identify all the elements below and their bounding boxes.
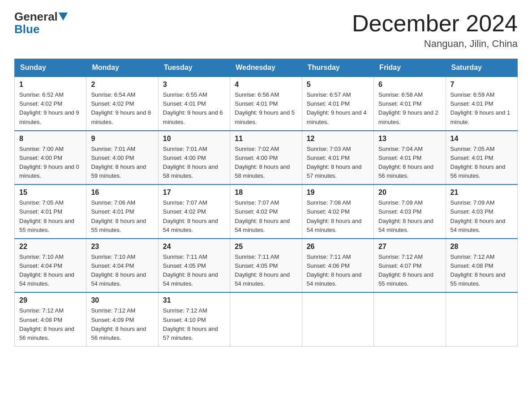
col-header-friday: Friday bbox=[374, 59, 446, 77]
day-info: Sunrise: 7:12 AMSunset: 4:07 PMDaylight:… bbox=[378, 253, 441, 289]
day-info: Sunrise: 7:09 AMSunset: 4:03 PMDaylight:… bbox=[378, 198, 441, 235]
day-number: 17 bbox=[163, 188, 225, 197]
day-info: Sunrise: 7:11 AMSunset: 4:06 PMDaylight:… bbox=[307, 253, 369, 289]
calendar-cell: 11 Sunrise: 7:02 AMSunset: 4:00 PMDaylig… bbox=[230, 131, 302, 185]
day-number: 3 bbox=[163, 81, 225, 89]
calendar-cell: 21 Sunrise: 7:09 AMSunset: 4:03 PMDaylig… bbox=[446, 184, 517, 239]
col-header-thursday: Thursday bbox=[302, 59, 373, 77]
calendar-cell: 19 Sunrise: 7:08 AMSunset: 4:02 PMDaylig… bbox=[302, 184, 373, 239]
day-info: Sunrise: 7:07 AMSunset: 4:02 PMDaylight:… bbox=[163, 198, 225, 235]
col-header-wednesday: Wednesday bbox=[230, 59, 302, 77]
calendar-cell: 6 Sunrise: 6:58 AMSunset: 4:01 PMDayligh… bbox=[374, 77, 446, 131]
day-number: 14 bbox=[450, 135, 513, 143]
page-header: General Blue December 2024 Nanguan, Jili… bbox=[14, 11, 518, 50]
day-number: 29 bbox=[19, 296, 82, 304]
calendar-cell: 24 Sunrise: 7:11 AMSunset: 4:05 PMDaylig… bbox=[158, 239, 230, 293]
calendar-cell: 9 Sunrise: 7:01 AMSunset: 4:00 PMDayligh… bbox=[86, 131, 158, 185]
calendar-cell: 10 Sunrise: 7:01 AMSunset: 4:00 PMDaylig… bbox=[158, 131, 230, 185]
day-info: Sunrise: 6:55 AMSunset: 4:01 PMDaylight:… bbox=[163, 90, 225, 127]
logo-blue-text: Blue bbox=[14, 22, 39, 36]
day-number: 24 bbox=[163, 243, 225, 251]
header-row: SundayMondayTuesdayWednesdayThursdayFrid… bbox=[15, 59, 518, 77]
day-info: Sunrise: 6:57 AMSunset: 4:01 PMDaylight:… bbox=[307, 90, 369, 127]
calendar-cell: 13 Sunrise: 7:04 AMSunset: 4:01 PMDaylig… bbox=[374, 131, 446, 185]
calendar-cell: 12 Sunrise: 7:03 AMSunset: 4:01 PMDaylig… bbox=[302, 131, 373, 185]
day-number: 10 bbox=[163, 135, 225, 143]
calendar-cell: 20 Sunrise: 7:09 AMSunset: 4:03 PMDaylig… bbox=[374, 184, 446, 239]
logo: General Blue bbox=[14, 11, 69, 36]
day-info: Sunrise: 7:12 AMSunset: 4:09 PMDaylight:… bbox=[91, 306, 153, 342]
day-number: 31 bbox=[163, 296, 225, 304]
day-info: Sunrise: 7:11 AMSunset: 4:05 PMDaylight:… bbox=[235, 253, 297, 289]
day-info: Sunrise: 7:03 AMSunset: 4:01 PMDaylight:… bbox=[307, 145, 369, 181]
day-info: Sunrise: 7:12 AMSunset: 4:08 PMDaylight:… bbox=[450, 253, 513, 289]
col-header-monday: Monday bbox=[86, 59, 158, 77]
day-info: Sunrise: 7:05 AMSunset: 4:01 PMDaylight:… bbox=[450, 145, 513, 181]
calendar-cell: 1 Sunrise: 6:52 AMSunset: 4:02 PMDayligh… bbox=[15, 77, 86, 131]
week-row-2: 8 Sunrise: 7:00 AMSunset: 4:00 PMDayligh… bbox=[15, 131, 518, 185]
calendar-cell bbox=[230, 292, 302, 346]
col-header-tuesday: Tuesday bbox=[158, 59, 230, 77]
day-info: Sunrise: 7:00 AMSunset: 4:00 PMDaylight:… bbox=[19, 145, 82, 181]
day-info: Sunrise: 7:10 AMSunset: 4:04 PMDaylight:… bbox=[91, 253, 153, 289]
day-number: 20 bbox=[378, 188, 441, 197]
calendar-cell: 25 Sunrise: 7:11 AMSunset: 4:05 PMDaylig… bbox=[230, 239, 302, 293]
calendar-table: SundayMondayTuesdayWednesdayThursdayFrid… bbox=[14, 59, 518, 347]
calendar-cell: 3 Sunrise: 6:55 AMSunset: 4:01 PMDayligh… bbox=[158, 77, 230, 131]
calendar-cell: 5 Sunrise: 6:57 AMSunset: 4:01 PMDayligh… bbox=[302, 77, 373, 131]
col-header-saturday: Saturday bbox=[446, 59, 517, 77]
calendar-cell: 2 Sunrise: 6:54 AMSunset: 4:02 PMDayligh… bbox=[86, 77, 158, 131]
day-info: Sunrise: 7:11 AMSunset: 4:05 PMDaylight:… bbox=[163, 253, 225, 289]
day-number: 30 bbox=[91, 296, 153, 304]
day-info: Sunrise: 7:10 AMSunset: 4:04 PMDaylight:… bbox=[19, 253, 82, 289]
day-info: Sunrise: 7:08 AMSunset: 4:02 PMDaylight:… bbox=[307, 198, 369, 235]
calendar-cell: 17 Sunrise: 7:07 AMSunset: 4:02 PMDaylig… bbox=[158, 184, 230, 239]
day-number: 1 bbox=[19, 81, 82, 89]
calendar-cell: 27 Sunrise: 7:12 AMSunset: 4:07 PMDaylig… bbox=[374, 239, 446, 293]
day-info: Sunrise: 7:07 AMSunset: 4:02 PMDaylight:… bbox=[235, 198, 297, 235]
calendar-cell: 28 Sunrise: 7:12 AMSunset: 4:08 PMDaylig… bbox=[446, 239, 517, 293]
day-number: 23 bbox=[91, 243, 153, 251]
day-info: Sunrise: 7:06 AMSunset: 4:01 PMDaylight:… bbox=[91, 198, 153, 235]
calendar-cell: 30 Sunrise: 7:12 AMSunset: 4:09 PMDaylig… bbox=[86, 292, 158, 346]
day-info: Sunrise: 7:01 AMSunset: 4:00 PMDaylight:… bbox=[163, 145, 225, 181]
calendar-cell: 15 Sunrise: 7:05 AMSunset: 4:01 PMDaylig… bbox=[15, 184, 86, 239]
day-info: Sunrise: 7:05 AMSunset: 4:01 PMDaylight:… bbox=[19, 198, 82, 235]
logo-general-text: General bbox=[14, 11, 58, 22]
day-number: 22 bbox=[19, 243, 82, 251]
day-info: Sunrise: 7:04 AMSunset: 4:01 PMDaylight:… bbox=[378, 145, 441, 181]
day-number: 16 bbox=[91, 188, 153, 197]
day-number: 13 bbox=[378, 135, 441, 143]
day-info: Sunrise: 7:01 AMSunset: 4:00 PMDaylight:… bbox=[91, 145, 153, 181]
calendar-cell: 29 Sunrise: 7:12 AMSunset: 4:08 PMDaylig… bbox=[15, 292, 86, 346]
calendar-cell bbox=[446, 292, 517, 346]
day-info: Sunrise: 6:58 AMSunset: 4:01 PMDaylight:… bbox=[378, 90, 441, 127]
day-number: 27 bbox=[378, 243, 441, 251]
calendar-cell: 8 Sunrise: 7:00 AMSunset: 4:00 PMDayligh… bbox=[15, 131, 86, 185]
calendar-cell: 18 Sunrise: 7:07 AMSunset: 4:02 PMDaylig… bbox=[230, 184, 302, 239]
month-title: December 2024 bbox=[352, 11, 518, 36]
week-row-5: 29 Sunrise: 7:12 AMSunset: 4:08 PMDaylig… bbox=[15, 292, 518, 346]
calendar-cell: 23 Sunrise: 7:10 AMSunset: 4:04 PMDaylig… bbox=[86, 239, 158, 293]
location: Nanguan, Jilin, China bbox=[352, 38, 518, 50]
day-number: 18 bbox=[235, 188, 297, 197]
day-number: 28 bbox=[450, 243, 513, 251]
day-number: 4 bbox=[235, 81, 297, 89]
day-info: Sunrise: 6:59 AMSunset: 4:01 PMDaylight:… bbox=[450, 90, 513, 127]
col-header-sunday: Sunday bbox=[15, 59, 86, 77]
week-row-1: 1 Sunrise: 6:52 AMSunset: 4:02 PMDayligh… bbox=[15, 77, 518, 131]
day-info: Sunrise: 7:12 AMSunset: 4:10 PMDaylight:… bbox=[163, 306, 225, 342]
calendar-cell: 16 Sunrise: 7:06 AMSunset: 4:01 PMDaylig… bbox=[86, 184, 158, 239]
day-number: 19 bbox=[307, 188, 369, 197]
day-number: 7 bbox=[450, 81, 513, 89]
day-number: 11 bbox=[235, 135, 297, 143]
calendar-cell: 22 Sunrise: 7:10 AMSunset: 4:04 PMDaylig… bbox=[15, 239, 86, 293]
day-info: Sunrise: 6:52 AMSunset: 4:02 PMDaylight:… bbox=[19, 90, 82, 127]
calendar-cell: 4 Sunrise: 6:56 AMSunset: 4:01 PMDayligh… bbox=[230, 77, 302, 131]
day-number: 8 bbox=[19, 135, 82, 143]
week-row-3: 15 Sunrise: 7:05 AMSunset: 4:01 PMDaylig… bbox=[15, 184, 518, 239]
calendar-cell: 7 Sunrise: 6:59 AMSunset: 4:01 PMDayligh… bbox=[446, 77, 517, 131]
day-number: 6 bbox=[378, 81, 441, 89]
day-info: Sunrise: 6:56 AMSunset: 4:01 PMDaylight:… bbox=[235, 90, 297, 127]
logo-triangle-icon bbox=[59, 13, 68, 21]
